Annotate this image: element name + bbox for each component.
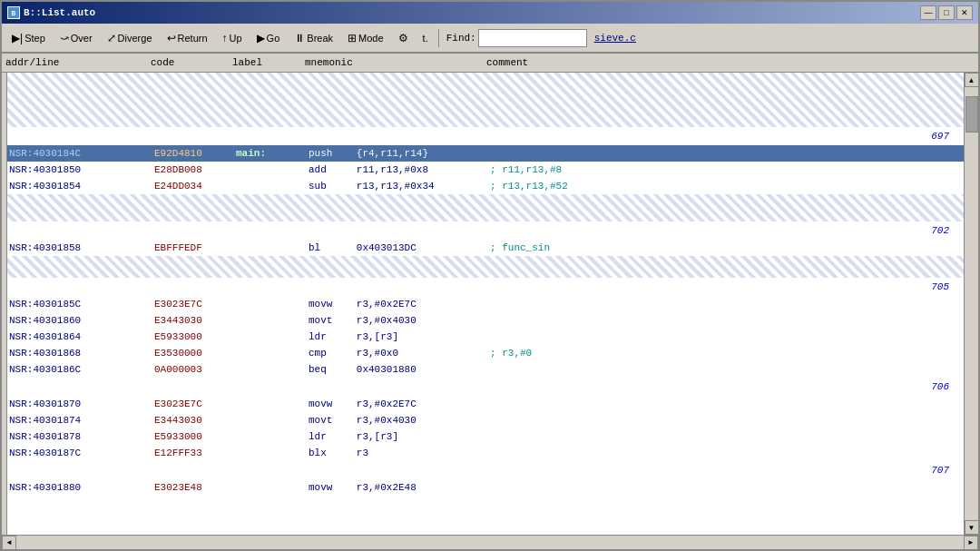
line-number-697: 697 — [7, 127, 964, 145]
over-label: Over — [71, 33, 93, 44]
over-button[interactable]: ⤻ Over — [54, 27, 99, 49]
scroll-left-button[interactable]: ◄ — [2, 536, 16, 550]
code-row-movw3: NSR:40301880 E3023E48 movw r3,#0x2E48 — [7, 479, 964, 496]
code-add: E28DB008 — [152, 163, 234, 176]
comment-bl: ; func_sin — [488, 241, 964, 254]
diverge-button[interactable]: ⤢ Diverge — [101, 27, 159, 49]
scroll-down-button[interactable]: ▼ — [965, 520, 979, 535]
toolbar-separator — [438, 29, 439, 47]
label-bl — [234, 247, 307, 249]
code-cmp: E3530000 — [152, 347, 234, 359]
diverge-icon: ⤢ — [107, 32, 116, 44]
up-button[interactable]: ↑ Up — [216, 27, 249, 49]
code-row-blx: NSR:4030187C E12FFF33 blx r3 — [7, 445, 964, 461]
file-link[interactable]: sieve.c — [594, 33, 636, 44]
label-blx — [234, 452, 307, 454]
addr-ldr1: NSR:40301864 — [7, 330, 152, 343]
comment-movt1 — [488, 320, 964, 321]
comment-main-push — [488, 153, 964, 154]
addr-cmp: NSR:40301868 — [7, 347, 152, 359]
break-button[interactable]: ⏸ Break — [288, 27, 339, 49]
comment-ldr1 — [488, 336, 964, 338]
code-bl: EBFFFEDF — [152, 241, 234, 254]
extra-button[interactable]: t. — [416, 27, 435, 49]
code-view[interactable]: 697 NSR:4030184C E92D4810 main: push {r4… — [7, 73, 964, 535]
code-movw2: E3023E7C — [152, 398, 234, 410]
addr-movw2: NSR:40301870 — [7, 398, 152, 410]
gear-icon: ⚙ — [398, 32, 408, 44]
addr-movt1: NSR:40301860 — [7, 314, 152, 327]
addr-blx: NSR:4030187C — [7, 447, 152, 459]
horizontal-scrollbar[interactable]: ◄ ► — [2, 535, 978, 549]
addr-main-push: NSR:4030184C — [7, 147, 152, 160]
up-label: Up — [230, 33, 242, 44]
mnemonic-movw3: movw r3,#0x2E48 — [307, 481, 488, 494]
go-button[interactable]: ▶ Go — [250, 27, 287, 49]
step-label: Step — [24, 33, 45, 44]
label-beq — [234, 369, 307, 370]
app-icon: B — [7, 6, 20, 19]
code-row-movw2: NSR:40301870 E3023E7C movw r3,#0x2E7C — [7, 396, 964, 412]
label-add — [234, 169, 307, 171]
mnemonic-movw1: movw r3,#0x2E7C — [307, 298, 488, 310]
settings-button[interactable]: ⚙ — [392, 27, 415, 49]
comment-cmp: ; r3,#0 — [488, 347, 964, 359]
code-row-bl: NSR:40301858 EBFFFEDF bl 0x403013DC ; fu… — [7, 240, 964, 256]
code-row-ldr1: NSR:40301864 E5933000 ldr r3,[r3] — [7, 329, 964, 345]
code-movt1: E3443030 — [152, 314, 234, 327]
title-bar-controls: — □ ✕ — [920, 5, 973, 20]
minimize-button[interactable]: — — [920, 5, 936, 20]
addr-sub: NSR:40301854 — [7, 180, 152, 192]
label-movw2 — [234, 403, 307, 405]
step-button[interactable]: ▶| Step — [5, 27, 52, 49]
line-number-707: 707 — [7, 461, 964, 479]
extra-label: t. — [423, 33, 428, 44]
scroll-track-h[interactable] — [16, 536, 964, 549]
col-header-label: label — [232, 57, 305, 68]
comment-ldr2 — [488, 436, 964, 438]
addr-movw3: NSR:40301880 — [7, 481, 152, 494]
scroll-right-button[interactable]: ► — [964, 536, 978, 550]
close-button[interactable]: ✕ — [956, 5, 973, 20]
toolbar: ▶| Step ⤻ Over ⤢ Diverge ↩ Return ↑ Up ▶… — [2, 24, 978, 53]
column-header-row: addr/line code label mnemonic comment — [2, 53, 978, 73]
find-input[interactable] — [478, 29, 587, 47]
scroll-up-button[interactable]: ▲ — [965, 73, 979, 87]
mode-button[interactable]: ⊞ Mode — [341, 27, 390, 49]
line-num-705: 705 — [811, 281, 956, 292]
code-beq: 0A000003 — [152, 363, 234, 376]
code-row-movt1: NSR:40301860 E3443030 movt r3,#0x4030 — [7, 312, 964, 329]
comment-beq — [488, 369, 964, 370]
mnemonic-sub: sub r13,r13,#0x34 — [307, 180, 488, 192]
maximize-button[interactable]: □ — [938, 5, 955, 20]
hatch-block-1 — [7, 73, 964, 127]
label-movt1 — [234, 320, 307, 321]
comment-add: ; r11,r13,#8 — [488, 163, 964, 176]
comment-movt2 — [488, 419, 964, 421]
go-label: Go — [267, 33, 280, 44]
col-header-code: code — [151, 57, 232, 68]
comment-movw1 — [488, 303, 964, 305]
col-header-mnemonic: mnemonic — [305, 57, 486, 68]
line-number-706: 706 — [7, 378, 964, 396]
scroll-thumb-v[interactable] — [965, 96, 978, 133]
code-movw3: E3023E48 — [152, 481, 234, 494]
comment-sub: ; r13,r13,#52 — [488, 180, 964, 192]
label-movt2 — [234, 419, 307, 421]
return-label: Return — [178, 33, 208, 44]
col-header-addr: addr/line — [5, 57, 151, 68]
comment-movw2 — [488, 403, 964, 405]
step-icon: ▶| — [12, 32, 23, 44]
diverge-label: Diverge — [118, 33, 152, 44]
addr-bl: NSR:40301858 — [7, 241, 152, 254]
code-ldr2: E5933000 — [152, 430, 234, 443]
label-movw3 — [234, 487, 307, 488]
vertical-scrollbar[interactable]: ▲ ▼ — [964, 73, 978, 535]
mnemonic-movt1: movt r3,#0x4030 — [307, 314, 488, 327]
line-number-705: 705 — [7, 278, 964, 296]
up-icon: ↑ — [222, 32, 228, 44]
scroll-track-v[interactable] — [965, 87, 978, 520]
return-button[interactable]: ↩ Return — [161, 27, 214, 49]
mnemonic-bl: bl 0x403013DC — [307, 241, 488, 254]
label-ldr1 — [234, 336, 307, 338]
